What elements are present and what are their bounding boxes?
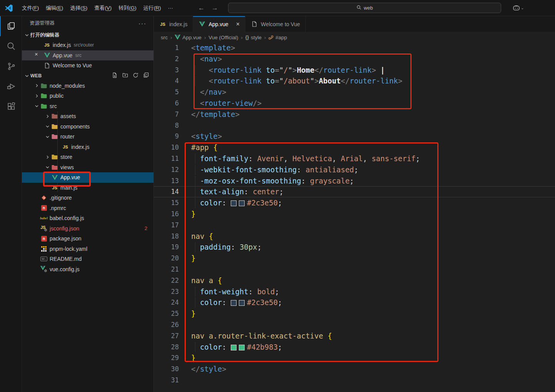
tree-item-main-js[interactable]: JSmain.js	[22, 183, 153, 193]
menu-s[interactable]: 选择(S)	[67, 0, 91, 16]
code-line-21[interactable]: 21	[154, 264, 555, 275]
code-line-5[interactable]: 5 </nav>	[154, 87, 555, 98]
explorer-more-actions-button[interactable]: ···	[138, 20, 147, 27]
tree-item--npmrc[interactable]: n.npmrc	[22, 203, 153, 214]
tab-app-vue[interactable]: App.vue×	[193, 16, 245, 32]
code-line-30[interactable]: 30</style>	[154, 364, 555, 375]
code-line-11[interactable]: 11 font-family: Avenir, Helvetica, Arial…	[154, 153, 555, 164]
history-forward-button[interactable]: →	[212, 4, 218, 12]
tree-item-store[interactable]: store	[22, 152, 153, 162]
tree-item-index-js[interactable]: JSindex.js	[22, 142, 153, 152]
menu-v[interactable]: 查看(V)	[91, 0, 115, 16]
code-line-2[interactable]: 2 <nav>	[154, 53, 555, 65]
close-icon[interactable]: ×	[35, 51, 38, 57]
menu-r[interactable]: 运行(R)	[140, 0, 165, 16]
tree-item-jsconfig-json[interactable]: JS⚙jsconfig.json2	[22, 224, 153, 234]
new-file-button[interactable]	[112, 72, 118, 79]
tree-item-app-vue[interactable]: App.vue	[22, 172, 153, 183]
activitybar-search[interactable]	[0, 36, 22, 56]
code-line-8[interactable]: 8	[154, 120, 555, 131]
refresh-button[interactable]	[133, 72, 138, 79]
color-swatch[interactable]	[231, 200, 237, 206]
code-line-12[interactable]: 12 -webkit-font-smoothing: antialiased;	[154, 164, 555, 175]
copilot-menu[interactable]: ⌄	[513, 5, 524, 11]
code-line-1[interactable]: 1<template>	[154, 42, 555, 53]
history-back-button[interactable]: ←	[198, 4, 205, 12]
search-value: web	[364, 5, 373, 11]
new-folder-icon	[122, 72, 128, 78]
command-center-search[interactable]: web	[228, 3, 501, 13]
tree-item--gitignore[interactable]: .gitignore	[22, 193, 153, 203]
open-editor-welcome-to-vue[interactable]: Welcome to Vue	[22, 60, 153, 71]
tree-item-public[interactable]: public	[22, 91, 153, 101]
code-line-4[interactable]: 4 <router-link to="/about">About</router…	[154, 75, 555, 87]
color-swatch[interactable]	[239, 300, 245, 306]
color-swatch[interactable]	[239, 345, 245, 350]
code-line-19[interactable]: 19 padding: 30px;	[154, 242, 555, 253]
code-line-20[interactable]: 20}	[154, 253, 555, 264]
tree-item-views[interactable]: views	[22, 162, 153, 173]
open-editors-header[interactable]: 打开的编辑器	[22, 30, 153, 40]
code-line-29[interactable]: 29}	[154, 352, 555, 364]
menu-g[interactable]: 转到(G)	[115, 0, 140, 16]
tree-item-babel-config-js[interactable]: babelbabel.config.js	[22, 213, 153, 224]
tree-item-readme-md[interactable]: M↓README.md	[22, 254, 153, 264]
tab-welcome-to-vue[interactable]: Welcome to Vue	[245, 16, 306, 32]
code-line-24[interactable]: 24 color: #2c3e50;	[154, 297, 555, 308]
tree-item-vue-config-js[interactable]: ⚙vue.config.js	[22, 264, 153, 275]
breadcrumb-separator: ›	[170, 35, 172, 40]
breadcrumb-vue-official-[interactable]: Vue (Official)	[208, 35, 238, 40]
color-swatch[interactable]	[231, 345, 237, 350]
code-line-17[interactable]: 17	[154, 220, 555, 231]
color-swatch[interactable]	[231, 300, 237, 306]
code-line-25[interactable]: 25}	[154, 308, 555, 319]
menu-bar: 文件(F)编辑(E)选择(S)查看(V)转到(G)运行(R)···	[18, 0, 177, 16]
tree-item-package-json[interactable]: npackage.json	[22, 234, 153, 244]
close-icon[interactable]: ×	[236, 21, 240, 28]
code-line-26[interactable]: 26	[154, 319, 555, 330]
code-line-7[interactable]: 7</template>	[154, 109, 555, 120]
code-line-14[interactable]: 14 text-align: center;	[154, 186, 555, 197]
activitybar-extensions[interactable]	[0, 96, 22, 116]
new-folder-button[interactable]	[122, 72, 128, 79]
code-line-27[interactable]: 27nav a.router-link-exact-active {	[154, 330, 555, 342]
gear-icon: ⚙	[44, 228, 47, 232]
tab-index-js[interactable]: JSindex.js	[154, 16, 193, 32]
tree-item-pnpm-lock-yaml[interactable]: pnpm-lock.yaml	[22, 244, 153, 254]
color-swatch[interactable]	[239, 200, 245, 206]
tree-item-node_modules[interactable]: node_modules	[22, 81, 153, 91]
code-line-23[interactable]: 23 font-weight: bold;	[154, 286, 555, 297]
code-line-18[interactable]: 18nav {	[154, 231, 555, 242]
code-area[interactable]: 1<template>2 <nav>3 <router-link to="/">…	[154, 42, 555, 392]
tree-item-router[interactable]: router	[22, 132, 153, 142]
line-number: 3	[154, 65, 179, 76]
code-line-28[interactable]: 28 color: #42b983;	[154, 342, 555, 353]
tree-item-components[interactable]: components	[22, 122, 153, 132]
collapse-all-button[interactable]	[143, 72, 149, 79]
activitybar-run-debug[interactable]	[0, 76, 22, 96]
breadcrumb-style[interactable]: {}style	[245, 35, 262, 40]
tree-item-src[interactable]: src	[22, 101, 153, 112]
code-line-6[interactable]: 6 <router-view/>	[154, 98, 555, 109]
open-editor-app-vue[interactable]: ×App.vuesrc	[22, 50, 153, 61]
line-number: 29	[154, 352, 179, 364]
code-line-13[interactable]: 13 -moz-osx-font-smoothing: grayscale;	[154, 175, 555, 187]
project-section-header[interactable]: WEB	[22, 71, 153, 81]
code-line-31[interactable]: 31	[154, 375, 555, 386]
breadcrumb-app-vue[interactable]: App.vue	[175, 35, 202, 40]
code-line-15[interactable]: 15 color: #2c3e50;	[154, 197, 555, 209]
code-line-22[interactable]: 22nav a {	[154, 275, 555, 286]
activitybar-explorer[interactable]	[0, 16, 22, 36]
code-line-16[interactable]: 16}	[154, 209, 555, 220]
menu-f[interactable]: 文件(F)	[18, 0, 42, 16]
code-line-10[interactable]: 10#app {	[154, 142, 555, 153]
code-line-3[interactable]: 3 <router-link to="/">Home</router-link>…	[154, 65, 555, 76]
tree-item-assets[interactable]: assets	[22, 111, 153, 122]
activitybar-source-control[interactable]	[0, 56, 22, 76]
open-editor-index-js[interactable]: JSindex.jssrc\router	[22, 40, 153, 50]
menu-overflow[interactable]: ···	[165, 0, 177, 16]
breadcrumb-src[interactable]: src	[161, 35, 168, 40]
breadcrumb--app[interactable]: #app	[268, 35, 287, 40]
code-line-9[interactable]: 9<style>	[154, 131, 555, 142]
menu-e[interactable]: 编辑(E)	[42, 0, 67, 16]
